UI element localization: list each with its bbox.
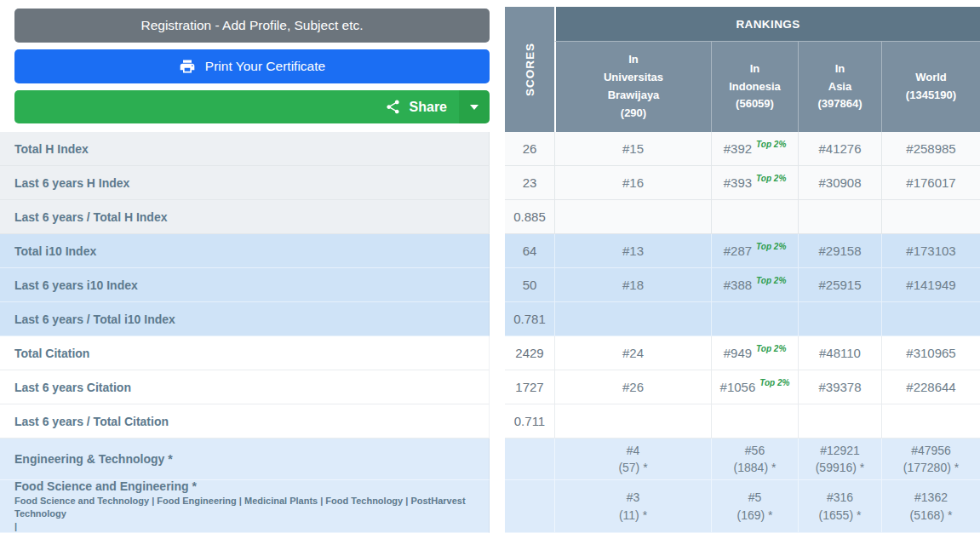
gutter [490, 480, 505, 533]
score-cell: 0.781 [505, 302, 554, 336]
gutter [490, 234, 505, 268]
gutter [490, 404, 505, 439]
rank-cell: #18 [554, 268, 711, 302]
rankings-table: SCORES RANKINGS In Universitas Brawijaya… [0, 7, 980, 533]
top2-badge: Top 2% [759, 378, 789, 387]
share-dropdown-toggle[interactable] [459, 90, 490, 123]
top2-badge: Top 2% [756, 242, 786, 251]
score-cell [505, 480, 554, 533]
rank-cell [798, 302, 881, 336]
rank-cell: #310965 [881, 336, 980, 370]
rank-cell: #47956 (177280) * [881, 439, 980, 480]
rank-cell [711, 200, 798, 234]
row-label: Last 6 years / Total Citation [0, 404, 490, 439]
caret-down-icon [470, 105, 479, 110]
print-button-label: Print Your Certificate [205, 59, 325, 74]
scores-header-label: SCORES [524, 43, 536, 96]
row-label: Total H Index [0, 132, 490, 166]
column-header-indonesia: In Indonesia (56059) [711, 41, 798, 132]
score-cell: 2429 [505, 336, 554, 370]
scores-column-header: SCORES [505, 7, 554, 132]
rank-cell: #392Top 2% [711, 132, 798, 166]
rank-cell [881, 404, 980, 439]
top2-badge: Top 2% [756, 140, 786, 149]
top2-badge: Top 2% [756, 276, 786, 285]
rank-cell: #13 [554, 234, 711, 268]
rank-cell: #3 (11) * [554, 480, 711, 533]
rank-cell: #25915 [798, 268, 881, 302]
share-button[interactable]: Share [14, 90, 459, 123]
registration-button[interactable]: Registration - Add Profile, Subject etc. [14, 9, 490, 43]
row-label: Total Citation [0, 336, 490, 370]
rank-cell: #24 [554, 336, 711, 370]
share-button-label: Share [410, 100, 447, 115]
rank-cell: #29158 [798, 234, 881, 268]
column-header-world: World (1345190) [881, 41, 980, 132]
rank-cell: #41276 [798, 132, 881, 166]
score-cell: 1727 [505, 370, 554, 404]
rank-cell [881, 302, 980, 336]
rank-cell: #5 (169) * [711, 480, 798, 533]
gutter [490, 132, 505, 166]
row-label: Last 6 years / Total i10 Index [0, 302, 490, 336]
rank-cell: #4 (57) * [554, 439, 711, 480]
rank-cell: #12921 (59916) * [798, 439, 881, 480]
gutter [490, 336, 505, 370]
share-icon [385, 99, 401, 115]
gutter [490, 439, 505, 480]
gutter [490, 200, 505, 234]
rank-cell [881, 200, 980, 234]
row-label: Last 6 years / Total H Index [0, 200, 490, 234]
subject-label: Food Science and Engineering * [14, 479, 197, 493]
rankings-header: RANKINGS [554, 7, 980, 41]
print-certificate-button[interactable]: Print Your Certificate [14, 49, 490, 83]
rank-cell: #48110 [798, 336, 881, 370]
gutter [490, 268, 505, 302]
score-cell [505, 439, 554, 480]
header-gap-spacer [490, 7, 505, 132]
rank-cell: #258985 [881, 132, 980, 166]
rank-cell: #141949 [881, 268, 980, 302]
rank-cell: #30908 [798, 166, 881, 200]
rank-cell: #26 [554, 370, 711, 404]
rank-cell: #1362 (5168) * [881, 480, 980, 533]
gutter [490, 166, 505, 200]
score-cell: 0.711 [505, 404, 554, 439]
rank-cell [554, 200, 711, 234]
rank-cell: #393Top 2% [711, 166, 798, 200]
gutter [490, 302, 505, 336]
score-cell: 23 [505, 166, 554, 200]
rank-cell: #1056Top 2% [711, 370, 798, 404]
row-label: Last 6 years Citation [0, 370, 490, 404]
score-cell: 26 [505, 132, 554, 166]
column-header-asia: In Asia (397864) [798, 41, 881, 132]
rank-cell: #16 [554, 166, 711, 200]
top2-badge: Top 2% [756, 344, 786, 353]
row-label: Last 6 years H Index [0, 166, 490, 200]
row-label: Food Science and Engineering * Food Scie… [0, 480, 490, 533]
rank-cell: #173103 [881, 234, 980, 268]
rank-cell: #316 (1655) * [798, 480, 881, 533]
subject-sublabel: Food Science and Technology | Food Engin… [14, 495, 480, 533]
rank-cell: #56 (1884) * [711, 439, 798, 480]
rank-cell [798, 404, 881, 439]
rank-cell [711, 404, 798, 439]
row-label: Last 6 years i10 Index [0, 268, 490, 302]
top2-badge: Top 2% [756, 174, 786, 183]
rank-cell [554, 404, 711, 439]
rank-cell [711, 302, 798, 336]
rank-cell: #15 [554, 132, 711, 166]
rank-cell: #39378 [798, 370, 881, 404]
rank-cell: #388Top 2% [711, 268, 798, 302]
score-cell: 0.885 [505, 200, 554, 234]
score-cell: 50 [505, 268, 554, 302]
rank-cell: #176017 [881, 166, 980, 200]
printer-icon [179, 58, 196, 75]
rank-cell: #287Top 2% [711, 234, 798, 268]
row-label: Engineering & Technology * [0, 439, 490, 480]
column-header-universitas-brawijaya: In Universitas Brawijaya (290) [554, 41, 711, 132]
score-cell: 64 [505, 234, 554, 268]
share-split-button: Share [14, 90, 490, 123]
rank-cell [554, 302, 711, 336]
row-label: Total i10 Index [0, 234, 490, 268]
